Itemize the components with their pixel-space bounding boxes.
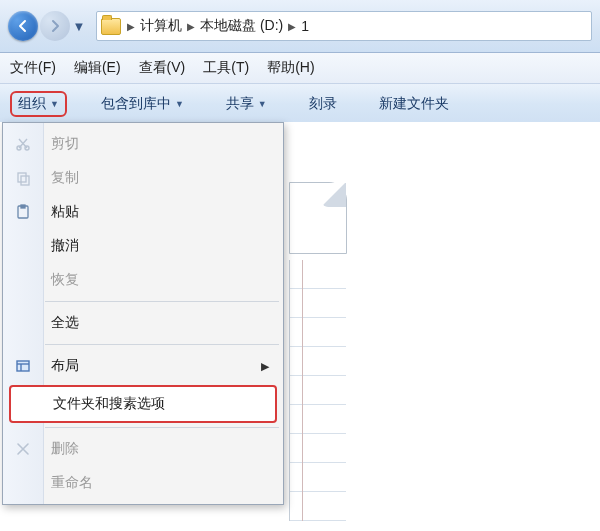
titlebar: ▼ ▶ 计算机 ▶ 本地磁盘 (D:) ▶ 1 <box>0 0 600 53</box>
svg-rect-3 <box>21 176 29 185</box>
nav-history-dropdown[interactable]: ▼ <box>72 11 86 41</box>
menu-item-label: 删除 <box>51 440 79 458</box>
nav-back-button[interactable] <box>8 11 38 41</box>
svg-rect-2 <box>18 173 26 182</box>
paste-icon <box>13 204 33 220</box>
content-area: 剪切 复制 粘贴 撤消 恢复 全选 <box>0 122 600 531</box>
share-label: 共享 <box>226 95 254 113</box>
new-folder-label: 新建文件夹 <box>379 95 449 113</box>
menu-view[interactable]: 查看(V) <box>139 59 186 77</box>
breadcrumb-sep[interactable]: ▶ <box>288 21 296 32</box>
organize-label: 组织 <box>18 95 46 113</box>
chevron-down-icon: ▼ <box>175 99 184 109</box>
menu-item-select-all[interactable]: 全选 <box>3 306 283 340</box>
menu-tools[interactable]: 工具(T) <box>203 59 249 77</box>
menu-item-label: 全选 <box>51 314 79 332</box>
include-label: 包含到库中 <box>101 95 171 113</box>
chevron-down-icon: ▼ <box>258 99 267 109</box>
menu-item-paste[interactable]: 粘贴 <box>3 195 283 229</box>
menu-edit[interactable]: 编辑(E) <box>74 59 121 77</box>
copy-icon <box>13 170 33 186</box>
menu-item-delete[interactable]: 删除 <box>3 432 283 466</box>
file-thumbnail-lines <box>289 260 346 521</box>
breadcrumb-item[interactable]: 本地磁盘 (D:) <box>200 17 283 35</box>
burn-label: 刻录 <box>309 95 337 113</box>
include-in-library-button[interactable]: 包含到库中 ▼ <box>93 91 192 117</box>
menu-help[interactable]: 帮助(H) <box>267 59 314 77</box>
menubar: 文件(F) 编辑(E) 查看(V) 工具(T) 帮助(H) <box>0 53 600 84</box>
menu-item-label: 文件夹和搜素选项 <box>53 395 165 413</box>
menu-separator <box>45 301 279 302</box>
svg-rect-6 <box>17 361 29 371</box>
toolbar: 组织 ▼ 包含到库中 ▼ 共享 ▼ 刻录 新建文件夹 <box>0 84 600 125</box>
menu-item-copy[interactable]: 复制 <box>3 161 283 195</box>
menu-item-label: 粘贴 <box>51 203 79 221</box>
menu-item-folder-options[interactable]: 文件夹和搜素选项 <box>9 385 277 423</box>
menu-item-rename[interactable]: 重命名 <box>3 466 283 500</box>
delete-icon <box>13 441 33 457</box>
breadcrumb: ▶ 计算机 ▶ 本地磁盘 (D:) ▶ 1 <box>127 17 309 35</box>
address-bar[interactable]: ▶ 计算机 ▶ 本地磁盘 (D:) ▶ 1 <box>96 11 592 41</box>
menu-item-label: 复制 <box>51 169 79 187</box>
file-thumbnail[interactable] <box>289 182 347 254</box>
menu-item-undo[interactable]: 撤消 <box>3 229 283 263</box>
share-button[interactable]: 共享 ▼ <box>218 91 275 117</box>
new-folder-button[interactable]: 新建文件夹 <box>371 91 457 117</box>
menu-separator <box>45 427 279 428</box>
menu-item-label: 撤消 <box>51 237 79 255</box>
breadcrumb-sep[interactable]: ▶ <box>187 21 195 32</box>
menu-item-label: 布局 <box>51 357 79 375</box>
organize-button[interactable]: 组织 ▼ <box>10 91 67 117</box>
layout-icon <box>13 358 33 374</box>
menu-item-cut[interactable]: 剪切 <box>3 127 283 161</box>
breadcrumb-item[interactable]: 1 <box>301 18 309 34</box>
breadcrumb-sep[interactable]: ▶ <box>127 21 135 32</box>
organize-dropdown: 剪切 复制 粘贴 撤消 恢复 全选 <box>2 122 284 505</box>
menu-item-redo[interactable]: 恢复 <box>3 263 283 297</box>
breadcrumb-item[interactable]: 计算机 <box>140 17 182 35</box>
menu-separator <box>45 344 279 345</box>
folder-icon <box>101 18 121 35</box>
menu-item-label: 重命名 <box>51 474 93 492</box>
menu-item-label: 恢复 <box>51 271 79 289</box>
menu-file[interactable]: 文件(F) <box>10 59 56 77</box>
menu-item-label: 剪切 <box>51 135 79 153</box>
burn-button[interactable]: 刻录 <box>301 91 345 117</box>
nav-forward-button[interactable] <box>40 11 70 41</box>
svg-rect-5 <box>21 205 25 208</box>
submenu-arrow-icon: ▶ <box>261 360 269 373</box>
scissors-icon <box>13 136 33 152</box>
menu-item-layout[interactable]: 布局 ▶ <box>3 349 283 383</box>
chevron-down-icon: ▼ <box>50 99 59 109</box>
